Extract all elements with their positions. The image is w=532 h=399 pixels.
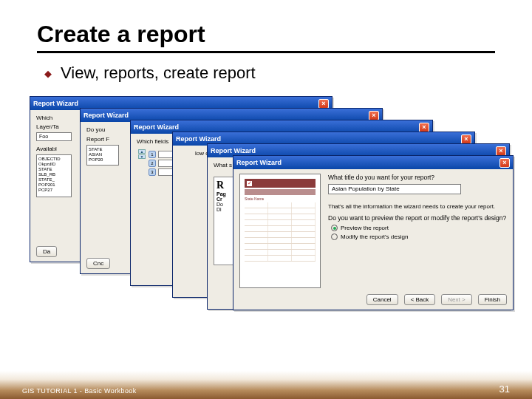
option-modify-label: Modify the report's design: [341, 233, 408, 240]
option-modify[interactable]: Modify the report's design: [331, 233, 507, 240]
close-icon[interactable]: ×: [499, 158, 510, 168]
radio-icon[interactable]: [331, 233, 338, 240]
preview-row: [245, 244, 316, 250]
field-item[interactable]: ASIAN: [89, 152, 117, 157]
checkmark-icon: [247, 181, 252, 186]
down-arrow-icon[interactable]: ▼: [138, 154, 146, 159]
wizard-cascade: Report Wizard × Which Layer/Ta Foo Avail…: [30, 96, 495, 318]
preview-row: [245, 250, 316, 256]
bullet-item: ◆ View, reports, create report: [44, 64, 495, 83]
window-title: Report Wizard: [176, 135, 221, 143]
next-button: Next >: [441, 294, 471, 305]
preview-subheader: [245, 189, 316, 195]
field-item[interactable]: OBJECTID: [38, 157, 69, 162]
field-item[interactable]: STATE: [89, 147, 117, 152]
window-title: Report Wizard: [134, 123, 179, 131]
preview-row: [245, 232, 316, 238]
preview-header: [245, 179, 316, 188]
close-icon[interactable]: ×: [461, 134, 471, 144]
action-prompt: Do you want to preview the report or mod…: [328, 214, 507, 222]
sort-order-badge: 1: [149, 151, 156, 158]
wizard-window-final: Report Wizard × State Name: [233, 155, 514, 310]
preview-row: [245, 208, 316, 214]
window-title: Report Wizard: [236, 159, 282, 166]
title-prompt: What title do you want for your report?: [328, 174, 507, 181]
field-item[interactable]: STATE_: [38, 177, 69, 183]
close-icon[interactable]: ×: [369, 111, 379, 120]
field-item[interactable]: OkpzdID: [38, 162, 69, 167]
report-title-input[interactable]: Asian Population by State: [328, 184, 461, 194]
sort-order-badge: 2: [149, 160, 156, 167]
window-title: Report Wizard: [211, 147, 256, 154]
close-icon[interactable]: ×: [318, 99, 329, 109]
bullet-icon: ◆: [44, 68, 52, 79]
reorder-arrows[interactable]: ▲▼: [138, 149, 146, 177]
footer-text: GIS TUTORIAL 1 - Basic Workbook: [22, 387, 137, 395]
field-item[interactable]: POP20: [89, 157, 117, 163]
titlebar: Report Wizard ×: [233, 156, 513, 169]
available-fields-list[interactable]: OBJECTID OkpzdID STATE SLB_RB STATE_ POP…: [36, 154, 72, 197]
preview-row: [245, 220, 316, 226]
data-button[interactable]: Da: [36, 246, 57, 257]
field-item[interactable]: PCP27: [38, 188, 69, 193]
radio-icon[interactable]: [331, 225, 338, 231]
field-item[interactable]: POP201: [38, 183, 69, 188]
layer-select[interactable]: Foo: [36, 132, 72, 141]
field-item[interactable]: STATE: [38, 167, 69, 172]
finish-button[interactable]: Finish: [478, 294, 507, 305]
preview-row: [245, 226, 316, 232]
window-title: Report Wizard: [33, 100, 78, 107]
wizard-button-row: Cancel < Back Next > Finish: [366, 294, 507, 305]
wizard-info-text: That's all the information the wizard ne…: [328, 203, 507, 210]
preview-row: [245, 238, 316, 244]
title-rule: [37, 51, 495, 53]
up-arrow-icon[interactable]: ▲: [138, 149, 146, 154]
sort-order-badge: 3: [149, 168, 156, 176]
preview-row: [245, 256, 316, 262]
report-fields-list[interactable]: STATE ASIAN POP20: [86, 145, 119, 166]
preview-row: [245, 214, 316, 220]
slide-footer: GIS TUTORIAL 1 - Basic Workbook 31: [0, 371, 532, 399]
report-preview-pane: State Name: [239, 174, 321, 288]
preview-caption: State Name: [245, 197, 316, 201]
close-icon[interactable]: ×: [496, 146, 506, 156]
option-preview[interactable]: Preview the report: [331, 225, 507, 231]
cancel-button[interactable]: Cancel: [366, 294, 398, 305]
option-preview-label: Preview the report: [341, 225, 389, 231]
close-icon[interactable]: ×: [419, 123, 429, 132]
preview-row: [245, 202, 316, 208]
slide-title: Create a report: [37, 21, 495, 48]
cancel-button[interactable]: Cnc: [86, 258, 110, 269]
field-item[interactable]: SLB_RB: [38, 172, 69, 177]
page-number: 31: [499, 383, 510, 395]
window-title: Report Wizard: [83, 112, 129, 119]
back-button[interactable]: < Back: [404, 294, 436, 305]
bullet-text: View, reports, create report: [61, 64, 256, 83]
